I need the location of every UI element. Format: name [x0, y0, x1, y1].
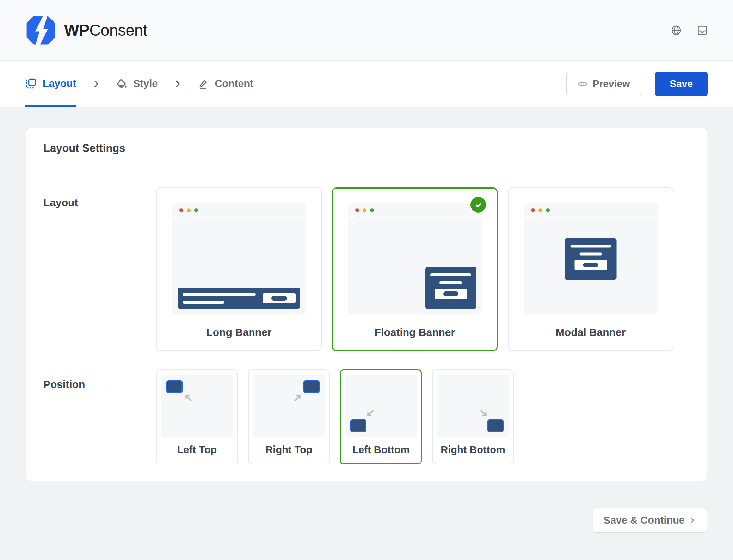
preview-button[interactable]: Preview: [566, 72, 641, 96]
position-option-label: Right Top: [265, 444, 312, 456]
selected-check-badge: [469, 196, 487, 214]
position-options: Left Top Right Top: [156, 369, 514, 464]
banner-button-pill: [583, 263, 598, 267]
red-dot-icon: [179, 208, 183, 212]
banner-line: [183, 293, 256, 296]
banner-line: [439, 281, 462, 284]
eye-icon: [577, 79, 588, 89]
yellow-dot-icon: [538, 208, 542, 212]
layout-row-label: Layout: [43, 187, 156, 351]
tab-style-label: Style: [133, 78, 158, 90]
position-option-left-top[interactable]: Left Top: [156, 369, 238, 464]
inbox-icon[interactable]: [697, 25, 708, 36]
banner-position-rect: [350, 419, 366, 432]
layout-option-long-banner[interactable]: Long Banner: [156, 187, 322, 351]
arrow-down-right-icon: [479, 409, 488, 418]
app-header: WPConsent: [0, 0, 733, 61]
layout-option-label: Long Banner: [207, 326, 272, 338]
green-dot-icon: [194, 208, 198, 212]
position-row: Position Left Top: [43, 369, 690, 464]
banner-position-rect: [303, 380, 320, 393]
layout-option-modal-banner[interactable]: Modal Banner: [508, 187, 673, 351]
chevron-right-icon: [92, 61, 101, 107]
banner-position-rect: [166, 380, 183, 393]
layout-option-label: Modal Banner: [556, 326, 626, 338]
layout-icon: [25, 78, 36, 89]
brand-name-bold: WP: [64, 21, 90, 39]
content-icon: [198, 79, 208, 89]
tab-style[interactable]: Style: [116, 61, 158, 107]
position-thumbnail: [437, 375, 509, 437]
preview-button-label: Preview: [593, 78, 630, 90]
save-continue-label: Save & Continue: [604, 515, 685, 526]
yellow-dot-icon: [363, 208, 366, 212]
card-body: Layout: [26, 168, 707, 481]
banner-button-graphic: [574, 260, 607, 270]
green-dot-icon: [370, 208, 374, 212]
position-option-right-bottom[interactable]: Right Bottom: [432, 369, 514, 464]
banner-line: [579, 252, 602, 255]
browser-mockup: [348, 203, 482, 314]
position-option-label: Left Top: [177, 444, 217, 456]
layout-row: Layout: [43, 187, 690, 351]
modal-banner-graphic: [565, 238, 617, 280]
yellow-dot-icon: [187, 208, 191, 212]
position-option-right-top[interactable]: Right Top: [248, 369, 330, 464]
position-option-label: Left Bottom: [352, 444, 410, 456]
red-dot-icon: [355, 208, 359, 212]
browser-mockup: [172, 203, 306, 314]
banner-line: [430, 273, 471, 276]
banner-text-lines: [183, 293, 256, 304]
long-banner-graphic: [178, 288, 300, 309]
layout-option-label: Floating Banner: [375, 326, 455, 338]
red-dot-icon: [531, 208, 535, 212]
banner-position-rect: [487, 419, 504, 432]
page-footer: Save & Continue: [26, 508, 707, 533]
position-thumbnail: [345, 375, 417, 437]
globe-icon[interactable]: [671, 25, 682, 36]
arrow-up-right-icon: [293, 393, 302, 402]
wpconsent-logo-icon: [25, 15, 56, 45]
step-tabs: Layout Style Co: [25, 61, 253, 107]
position-option-left-bottom[interactable]: Left Bottom: [340, 369, 422, 464]
tab-content[interactable]: Content: [198, 61, 253, 107]
bar-actions: Preview Save: [566, 61, 708, 107]
arrow-up-left-icon: [184, 393, 193, 402]
tab-layout[interactable]: Layout: [25, 61, 76, 107]
brand-logo: WPConsent: [25, 15, 147, 45]
browser-mockup: [524, 203, 658, 314]
style-icon: [116, 79, 127, 89]
save-continue-button[interactable]: Save & Continue: [593, 508, 707, 533]
steps-bar: Layout Style Co: [0, 61, 733, 107]
layout-options: Long Banner: [156, 187, 673, 351]
banner-button-pill: [271, 296, 287, 301]
layout-settings-card: Layout Settings Layout: [26, 128, 707, 481]
save-button[interactable]: Save: [655, 72, 708, 96]
banner-button-pill: [443, 291, 458, 296]
save-button-label: Save: [670, 78, 693, 89]
tab-content-label: Content: [215, 78, 253, 90]
brand-name-rest: Consent: [90, 21, 147, 39]
position-row-label: Position: [43, 369, 156, 464]
mockup-topbar: [172, 203, 306, 218]
banner-button-graphic: [435, 289, 467, 299]
position-option-label: Right Bottom: [441, 444, 505, 456]
position-thumbnail: [161, 375, 233, 437]
position-thumbnail: [253, 375, 325, 437]
banner-button-graphic: [263, 293, 296, 303]
mockup-topbar: [524, 203, 658, 218]
page-content: Layout Settings Layout: [0, 107, 733, 559]
brand-name: WPConsent: [64, 21, 147, 39]
card-title: Layout Settings: [26, 128, 707, 168]
green-dot-icon: [546, 208, 550, 212]
layout-option-floating-banner[interactable]: Floating Banner: [332, 187, 498, 351]
banner-line: [183, 301, 224, 304]
floating-banner-graphic: [425, 267, 476, 309]
header-actions: [671, 25, 708, 36]
chevron-right-icon: [173, 61, 182, 107]
chevron-right-icon: [689, 517, 696, 524]
arrow-down-left-icon: [365, 409, 375, 418]
banner-line: [570, 245, 611, 247]
tab-layout-label: Layout: [43, 78, 76, 90]
mockup-topbar: [348, 203, 482, 218]
